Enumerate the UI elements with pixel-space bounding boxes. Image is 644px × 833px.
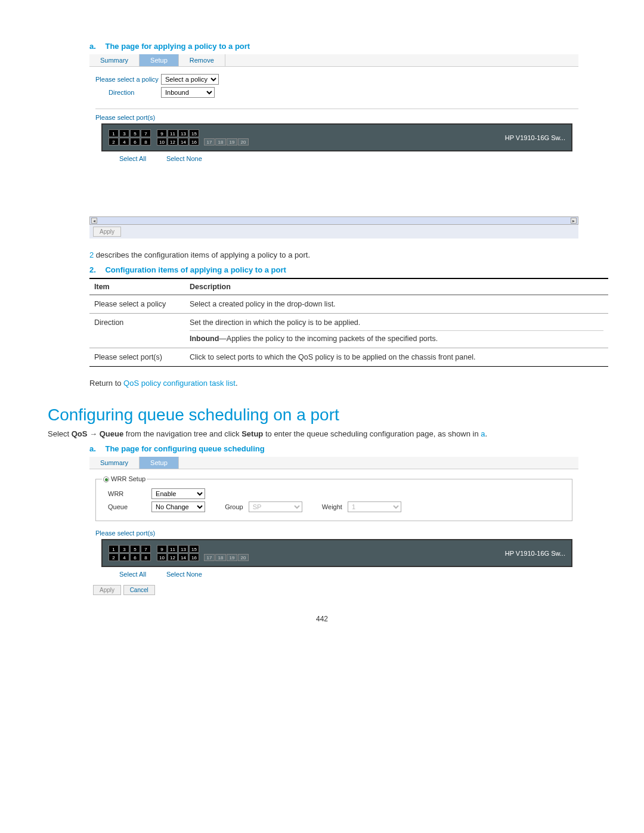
port-2[interactable]: 2 (109, 553, 119, 561)
port-3[interactable]: 3 (119, 545, 129, 553)
apply-button[interactable]: Apply (93, 585, 121, 595)
tab-summary[interactable]: Summary (89, 54, 140, 66)
port-8[interactable]: 8 (141, 138, 151, 145)
tab-summary[interactable]: Summary (89, 457, 140, 469)
caption-num: 2. (89, 265, 96, 274)
port-12[interactable]: 12 (168, 138, 178, 145)
ports-label: Please select port(s) (95, 525, 578, 537)
table-caption-2: 2. Configuration items of applying a pol… (89, 265, 596, 274)
port-18[interactable]: 18 (215, 138, 226, 145)
wrr-radio-icon[interactable] (103, 476, 109, 482)
port-19[interactable]: 19 (227, 138, 237, 145)
return-link[interactable]: QoS policy configuration task list (123, 379, 236, 388)
horizontal-scrollbar[interactable]: ◄ ► (89, 216, 578, 225)
switch-chassis: 12 34 56 78 910 1112 1314 1516 17 18 19 … (101, 123, 572, 151)
switch-model-label: HP V1910-16G Sw... (505, 550, 565, 557)
port-4[interactable]: 4 (119, 553, 129, 561)
port-20[interactable]: 20 (238, 554, 249, 561)
section-heading: Configuring queue scheduling on a port (48, 405, 596, 425)
policy-label: Please select a policy (95, 76, 161, 83)
port-9[interactable]: 9 (157, 545, 167, 553)
wrr-label: WRR (108, 490, 150, 497)
caption-letter: a. (89, 42, 96, 51)
queue-select[interactable]: No Change (151, 501, 205, 512)
select-all-link[interactable]: Select All (119, 571, 146, 578)
page-number: 442 (48, 615, 596, 623)
port-15[interactable]: 15 (189, 545, 199, 553)
tab-bar: Summary Setup Remove (89, 54, 578, 67)
figure-caption-b: a. The page for configuring queue schedu… (89, 444, 596, 453)
table-row: Direction Set the direction in which the… (89, 314, 608, 348)
switch-chassis: 12 34 56 78 910 1112 1314 1516 17 18 19 … (101, 539, 572, 567)
wrr-select[interactable]: Enable (151, 488, 205, 499)
table-row: Please select a policy Select a created … (89, 295, 608, 314)
weight-label: Weight (322, 503, 342, 510)
tab-bar: Summary Setup (89, 457, 578, 469)
ref-link-a[interactable]: a (481, 429, 485, 438)
direction-select[interactable]: Inbound (161, 87, 215, 98)
table-row: Please select port(s) Click to select po… (89, 348, 608, 367)
cancel-button[interactable]: Cancel (123, 585, 155, 595)
figure-caption-a: a. The page for applying a policy to a p… (89, 42, 596, 51)
caption-text: The page for applying a policy to a port (105, 42, 250, 51)
port-1[interactable]: 1 (109, 545, 119, 553)
port-5[interactable]: 5 (130, 129, 140, 137)
port-3[interactable]: 3 (119, 129, 129, 137)
port-16[interactable]: 16 (189, 553, 199, 561)
tab-setup[interactable]: Setup (140, 54, 179, 66)
port-6[interactable]: 6 (130, 553, 140, 561)
port-8[interactable]: 8 (141, 553, 151, 561)
col-item: Item (89, 278, 185, 295)
port-6[interactable]: 6 (130, 138, 140, 145)
port-11[interactable]: 11 (168, 129, 178, 137)
port-14[interactable]: 14 (178, 138, 188, 145)
switch-model-label: HP V1910-16G Sw... (505, 134, 565, 141)
port-14[interactable]: 14 (178, 553, 188, 561)
apply-button[interactable]: Apply (93, 227, 121, 237)
port-20[interactable]: 20 (238, 138, 249, 145)
direction-label: Direction (95, 89, 161, 96)
tab-setup[interactable]: Setup (140, 457, 179, 469)
queue-label: Queue (108, 503, 150, 510)
port-15[interactable]: 15 (189, 129, 199, 137)
queue-scheduling-ui: Summary Setup WRR Setup WRR Enable Queue… (89, 457, 578, 597)
scroll-right-icon[interactable]: ► (571, 218, 577, 224)
port-11[interactable]: 11 (168, 545, 178, 553)
port-16[interactable]: 16 (189, 138, 199, 145)
scroll-left-icon[interactable]: ◄ (91, 218, 97, 224)
ports-label: Please select port(s) (95, 109, 578, 121)
return-line: Return to QoS policy configuration task … (89, 379, 596, 388)
policy-port-ui: Summary Setup Remove Please select a pol… (89, 54, 578, 239)
port-9[interactable]: 9 (157, 129, 167, 137)
port-17[interactable]: 17 (204, 554, 215, 561)
group-label: Group (225, 503, 243, 510)
port-4[interactable]: 4 (119, 138, 129, 145)
wrr-setup-fieldset: WRR Setup WRR Enable Queue No Change Gro… (95, 475, 572, 521)
port-13[interactable]: 13 (178, 545, 188, 553)
port-5[interactable]: 5 (130, 545, 140, 553)
group-select: SP (249, 501, 302, 512)
paragraph: Select QoS → Queue from the navigation t… (48, 429, 578, 438)
port-18[interactable]: 18 (215, 554, 226, 561)
port-13[interactable]: 13 (178, 129, 188, 137)
port-10[interactable]: 10 (157, 138, 167, 145)
caption-text: Configuration items of applying a policy… (105, 265, 286, 274)
port-17[interactable]: 17 (204, 138, 215, 145)
weight-select: 1 (348, 501, 401, 512)
tab-remove[interactable]: Remove (179, 54, 225, 66)
port-19[interactable]: 19 (227, 554, 237, 561)
select-none-link[interactable]: Select None (166, 571, 202, 578)
port-2[interactable]: 2 (109, 138, 119, 145)
port-7[interactable]: 7 (141, 545, 151, 553)
policy-select[interactable]: Select a policy (161, 74, 219, 85)
paragraph: 2 describes the configuration items of a… (89, 250, 596, 259)
port-12[interactable]: 12 (168, 553, 178, 561)
select-none-link[interactable]: Select None (166, 155, 202, 162)
port-1[interactable]: 1 (109, 129, 119, 137)
port-10[interactable]: 10 (157, 553, 167, 561)
config-items-table: Item Description Please select a policy … (89, 278, 608, 367)
col-desc: Description (185, 278, 608, 295)
port-7[interactable]: 7 (141, 129, 151, 137)
select-all-link[interactable]: Select All (119, 155, 146, 162)
